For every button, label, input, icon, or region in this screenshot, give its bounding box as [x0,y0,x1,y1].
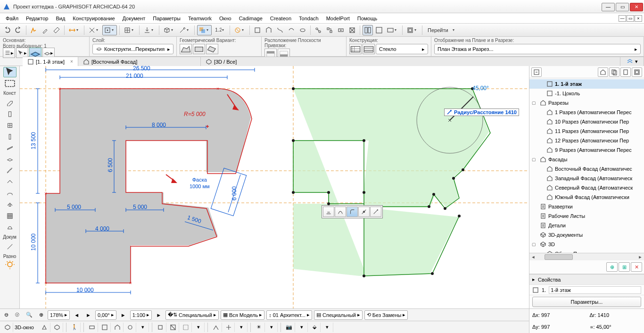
morph-tool[interactable] [3,222,17,233]
bb-i2[interactable] [99,323,111,332]
shape5-button[interactable] [297,25,308,35]
scale-next[interactable]: ► [154,310,164,320]
view3-button[interactable]: ▾ [385,25,400,35]
bb-i9[interactable]: ▾ [193,323,205,332]
link1-button[interactable] [313,25,323,35]
partial-selector[interactable]: ▤ Специальный ▸ [314,310,363,320]
tree-row[interactable]: ▢Фасады [529,155,644,164]
menu-design[interactable]: Конструирование [69,15,118,22]
bb-i11[interactable] [223,323,235,332]
tree-row[interactable]: ▢3D [529,240,644,249]
reno-selector[interactable]: ⟲ Без Замены ▸ [364,310,408,320]
bb-i3[interactable] [112,323,124,332]
menu-view[interactable]: Вид [52,15,69,22]
pet-curve-edge[interactable] [335,207,346,217]
canvas[interactable]: 26 500 21 000 R=5 000 8 000 13 500 6 500… [20,66,529,308]
zoom-icon[interactable]: 🔍 [24,310,35,320]
prev-view-button[interactable]: ◄ [72,310,82,320]
nav-house-button[interactable] [598,67,608,77]
menu-modelport[interactable]: ModelPort [322,15,354,22]
menu-cadimage[interactable]: Cadimage [235,15,266,22]
scale-value[interactable]: 1:100 ▸ [130,310,152,320]
bb-i8[interactable] [181,323,192,332]
mdi-restore-icon[interactable]: ▭ [627,15,634,22]
tree-row[interactable]: Детали [529,221,644,230]
zoom-value[interactable]: 178% ▸ [48,310,70,320]
bb-i1[interactable] [87,323,98,332]
window-tool[interactable] [3,120,17,131]
tree-row[interactable]: Западный Фасад (Автоматическ [529,174,644,183]
tree-row[interactable]: Южный Фасад (Автоматически [529,192,644,202]
pet-offset-edge[interactable] [323,207,334,217]
pet-fillet[interactable] [347,207,358,217]
line-tool[interactable] [3,241,17,252]
next-view-button[interactable]: ► [83,310,93,320]
bb-i12[interactable]: ▾ [236,323,248,332]
tree-row[interactable]: 9 Разрез (Автоматически Перес [529,145,644,155]
magic-button[interactable]: ▾ [177,25,192,35]
close-button[interactable]: ✕ [630,3,643,11]
bb-sun-icon[interactable]: ☀ [254,323,265,332]
maximize-button[interactable]: ▭ [616,3,629,11]
tab-close-icon[interactable]: × [70,59,73,64]
shape2-button[interactable] [264,25,274,35]
tree-row[interactable]: 11 Разрез (Автоматически Пер [529,126,644,136]
geom-rotrect-button[interactable] [206,44,218,54]
geom-rect-button[interactable] [193,44,205,54]
menu-createon[interactable]: Createon [266,15,295,22]
bb-i15[interactable]: ▾ [322,323,333,332]
tab-floorplan[interactable]: [1. 1-й этаж]× [23,57,78,66]
trace-button[interactable]: ▾ [197,25,212,35]
box-button[interactable]: ▾ [162,25,176,35]
penset-selector[interactable]: �⇅ Специальный ▸ [165,310,219,320]
tree-row[interactable]: Северный Фасад (Автоматическ [529,183,644,192]
bb-axo-icon[interactable] [52,323,63,332]
bb-i4[interactable] [125,323,136,332]
door-tool[interactable] [3,109,17,119]
nav-new-button[interactable]: ⊕ [606,262,618,272]
geom-poly-button[interactable] [180,44,192,54]
bb-i6[interactable] [155,323,166,332]
marquee-tool[interactable] [3,78,17,89]
pick-button[interactable] [29,25,39,35]
pet-move[interactable] [370,207,381,217]
nav-settings-button[interactable] [531,67,542,77]
eyedrop-button[interactable] [40,25,50,35]
menu-file[interactable]: Файл [2,15,22,22]
tree-row[interactable]: 1 Разрез (Автоматически Перес [529,108,644,117]
view1-button[interactable] [363,25,373,35]
minimize-button[interactable]: — [602,3,615,11]
bb-persp-icon[interactable] [39,323,50,332]
menu-document[interactable]: Документ [119,15,149,22]
settings-button[interactable]: ▸ [3,48,15,58]
lamp-tool[interactable] [3,261,17,271]
tree-row[interactable]: Восточный Фасад (Автоматичес [529,164,644,174]
mdi-close-icon[interactable]: × [635,15,642,22]
nav-book-button[interactable] [620,67,631,77]
layout-button[interactable]: ▾ [405,25,420,35]
zoom-in-button[interactable]: ⊕ [37,310,46,320]
tree-row[interactable]: 12 Разрез (Автоматически Пер [529,136,644,145]
bb-i10[interactable] [211,323,222,332]
roof-tool[interactable] [3,177,17,187]
bb-camera-icon[interactable]: 📷 [284,323,295,332]
nav-add-button[interactable]: ⊞ [619,262,630,272]
stair-tool[interactable] [3,166,17,176]
bb-walk-icon[interactable]: 🚶 [69,323,81,332]
parameters-button[interactable]: Параметры... [532,297,641,307]
menu-options[interactable]: Параметры [149,15,184,22]
goto-label[interactable]: Перейти [425,26,451,34]
menu-teamwork[interactable]: Teamwork [184,15,215,22]
tree-row[interactable]: Развертки [529,202,644,211]
bb-render-icon[interactable]: ⬙ [309,323,321,332]
shape3-button[interactable] [275,25,285,35]
zoom-out-button[interactable]: ⊖ [2,310,11,320]
bb-i13[interactable]: ▾ [266,323,278,332]
view2-button[interactable] [374,25,384,35]
bb-i7[interactable] [168,323,179,332]
bb-i5[interactable]: ▾ [138,323,149,332]
ruler-button[interactable] [51,25,62,35]
nav-layout-button[interactable] [632,67,642,77]
nav-delete-button[interactable]: ✕ [631,262,642,272]
suspend-button[interactable]: ▾ [232,25,247,35]
